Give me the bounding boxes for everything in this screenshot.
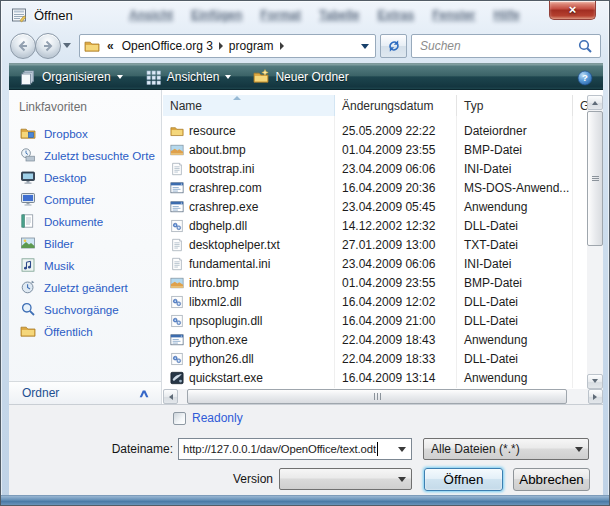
breadcrumb-item[interactable]: program: [223, 39, 280, 53]
cancel-button[interactable]: Abbrechen: [513, 468, 590, 491]
file-name: fundamental.ini: [189, 257, 270, 271]
toolbar-button-neuer-ordner[interactable]: Neuer Ordner: [242, 64, 359, 89]
sidebar-item-zuletzt-besuchte-orte[interactable]: Zuletzt besuchte Orte: [9, 144, 160, 166]
computer-icon: [20, 191, 36, 207]
readonly-label[interactable]: Readonly: [192, 411, 243, 425]
file-row[interactable]: python26.dll 22.04.2009 18:33 DLL-Datei: [163, 349, 587, 368]
sidebar-item-label: Zuletzt besuchte Orte: [44, 149, 155, 162]
bitmap-image-icon: [170, 143, 184, 157]
breadcrumb-overflow-chevron[interactable]: «: [107, 39, 114, 53]
file-date: 23.04.2009 06:06: [335, 162, 457, 176]
file-row[interactable]: crashrep.com 16.04.2009 20:36 MS-DOS-Anw…: [163, 178, 587, 197]
file-row[interactable]: about.bmp 01.04.2009 23:55 BMP-Datei: [163, 140, 587, 159]
column-header-date[interactable]: Änderungsdatum: [335, 95, 457, 116]
background-menu-item: Fenster: [432, 8, 475, 22]
vertical-scrollbar[interactable]: [587, 95, 603, 389]
main-panel: Linkfavoriten Dropbox Zuletzt besuchte O…: [9, 90, 603, 405]
scroll-up-button[interactable]: [587, 95, 603, 110]
sidebar-item-label: Computer: [44, 193, 95, 206]
column-header-size[interactable]: G: [573, 95, 587, 116]
open-button[interactable]: Öffnen: [424, 468, 503, 491]
filetype-value: Alle Dateien (*.*): [431, 442, 570, 456]
file-name: resource: [189, 124, 236, 138]
readonly-checkbox[interactable]: [173, 412, 186, 425]
open-dialog-icon: [11, 7, 27, 23]
file-date: 01.04.2009 23:55: [335, 276, 457, 290]
file-row[interactable]: python.exe 22.04.2009 18:43 Anwendung: [163, 330, 587, 349]
breadcrumb-item[interactable]: OpenOffice.org 3: [116, 39, 219, 53]
file-type: MS-DOS-Anwend...: [457, 181, 573, 195]
sidebar-item-label: Suchvorgänge: [44, 303, 119, 316]
column-header-name[interactable]: Name: [163, 95, 335, 116]
file-row[interactable]: crashrep.exe 23.04.2009 05:45 Anwendung: [163, 197, 587, 216]
file-row[interactable]: resource 25.05.2009 22:22 Dateiordner: [163, 121, 587, 140]
sidebar-item-dropbox[interactable]: Dropbox: [9, 122, 160, 144]
file-row[interactable]: dbghelp.dll 14.12.2002 12:32 DLL-Datei: [163, 216, 587, 235]
bitmap-image-icon: [170, 276, 184, 290]
version-dropdown-button[interactable]: [393, 473, 411, 486]
history-dropdown-icon[interactable]: [63, 43, 71, 52]
toolbar-button-label: Organisieren: [42, 70, 111, 84]
filename-input[interactable]: http://127.0.0.1/dav/OpenOffice/text.odt: [178, 438, 412, 460]
filename-dropdown-button[interactable]: [393, 443, 411, 456]
triangle-down-icon: [592, 379, 598, 386]
column-header-type[interactable]: Typ: [457, 95, 573, 116]
scroll-right-button[interactable]: [588, 389, 603, 404]
toolbar-button-label: Ansichten: [167, 70, 220, 84]
file-name: dbghelp.dll: [189, 219, 247, 233]
navigation-bar: « OpenOffice.org 3program Suchen: [1, 30, 609, 63]
file-row[interactable]: libxml2.dll 16.04.2009 12:02 DLL-Datei: [163, 292, 587, 311]
file-name: npsoplugin.dll: [189, 314, 262, 328]
toolbar-button-ansichten[interactable]: Ansichten: [134, 64, 243, 89]
help-icon[interactable]: ?: [577, 70, 593, 86]
filetype-select[interactable]: Alle Dateien (*.*): [423, 438, 589, 460]
sidebar-item-desktop[interactable]: Desktop: [9, 166, 160, 188]
sidebar-item-zuletzt-geändert[interactable]: Zuletzt geändert: [9, 276, 160, 298]
titlebar[interactable]: AnsichtEinfügenFormatTabelleExtrasFenste…: [1, 1, 609, 30]
scroll-down-button[interactable]: [587, 374, 603, 389]
file-row[interactable]: npsoplugin.dll 16.04.2009 21:00 DLL-Date…: [163, 311, 587, 330]
file-row[interactable]: fundamental.ini 23.04.2009 06:06 INI-Dat…: [163, 254, 587, 273]
sidebar-item-musik[interactable]: Musik: [9, 254, 160, 276]
file-type: DLL-Datei: [457, 314, 573, 328]
vertical-scroll-thumb[interactable]: [587, 111, 603, 246]
search-placeholder: Suchen: [412, 39, 577, 53]
close-button[interactable]: ×: [549, 1, 596, 20]
file-date: 01.04.2009 23:55: [335, 143, 457, 157]
sidebar-item-computer[interactable]: Computer: [9, 188, 160, 210]
file-row[interactable]: desktophelper.txt 27.01.2009 13:00 TXT-D…: [163, 235, 587, 254]
file-date: 14.12.2002 12:32: [335, 219, 457, 233]
folders-expander[interactable]: Ordner ∧: [9, 381, 161, 404]
version-select[interactable]: [279, 468, 412, 490]
back-icon: [15, 38, 31, 54]
file-date: 16.04.2009 12:02: [335, 295, 457, 309]
file-name: bootstrap.ini: [189, 162, 254, 176]
chevron-down-icon: [575, 447, 583, 456]
search-box[interactable]: Suchen: [411, 34, 601, 58]
sidebar-item-bilder[interactable]: Bilder: [9, 232, 160, 254]
forward-button[interactable]: [35, 33, 61, 59]
address-bar[interactable]: « OpenOffice.org 3program: [79, 34, 376, 58]
refresh-button[interactable]: [380, 34, 407, 58]
sidebar-item-suchvorgänge[interactable]: Suchvorgänge: [9, 298, 160, 320]
file-date: 23.04.2009 05:45: [335, 200, 457, 214]
horizontal-scrollbar[interactable]: [163, 389, 603, 404]
horizontal-scroll-thumb[interactable]: [187, 389, 567, 404]
sidebar-item-öffentlich[interactable]: Öffentlich: [9, 320, 160, 342]
file-row[interactable]: bootstrap.ini 23.04.2009 06:06 INI-Datei: [163, 159, 587, 178]
file-row[interactable]: intro.bmp 01.04.2009 23:55 BMP-Datei: [163, 273, 587, 292]
chevron-down-icon: [398, 477, 406, 486]
toolbar-button-organisieren[interactable]: Organisieren: [9, 64, 134, 89]
open-file-dialog: AnsichtEinfügenFormatTabelleExtrasFenste…: [0, 0, 610, 506]
filetype-dropdown-button[interactable]: [570, 443, 588, 456]
address-dropdown-button[interactable]: [355, 40, 375, 53]
sidebar-item-dokumente[interactable]: Dokumente: [9, 210, 160, 232]
breadcrumb-chevron-icon[interactable]: [280, 42, 284, 50]
sidebar-item-label: Desktop: [44, 171, 87, 184]
file-type: Anwendung: [457, 200, 573, 214]
file-type: BMP-Datei: [457, 143, 573, 157]
back-button[interactable]: [10, 33, 36, 59]
file-row[interactable]: quickstart.exe 16.04.2009 13:14 Anwendun…: [163, 368, 587, 387]
scroll-left-button[interactable]: [163, 389, 178, 404]
filename-label: Dateiname:: [9, 442, 173, 456]
